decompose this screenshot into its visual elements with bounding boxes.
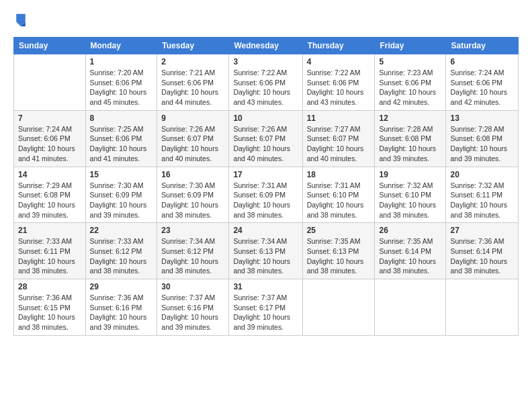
day-number: 28 — [18, 282, 81, 291]
weekday-header: Tuesday — [157, 38, 229, 54]
calendar-cell — [446, 279, 519, 336]
day-info: Sunrise: 7:32 AM Sunset: 6:11 PM Dayligh… — [450, 181, 514, 220]
day-info: Sunrise: 7:36 AM Sunset: 6:15 PM Dayligh… — [18, 293, 81, 332]
day-info: Sunrise: 7:24 AM Sunset: 6:06 PM Dayligh… — [18, 124, 81, 164]
calendar-cell: 30Sunrise: 7:37 AM Sunset: 6:16 PM Dayli… — [157, 279, 229, 336]
day-info: Sunrise: 7:21 AM Sunset: 6:06 PM Dayligh… — [161, 68, 224, 107]
calendar-cell: 19Sunrise: 7:32 AM Sunset: 6:10 PM Dayli… — [375, 167, 446, 223]
weekday-header: Wednesday — [229, 38, 302, 54]
calendar-cell: 14Sunrise: 7:29 AM Sunset: 6:08 PM Dayli… — [14, 167, 86, 223]
calendar-cell: 22Sunrise: 7:33 AM Sunset: 6:12 PM Dayli… — [85, 223, 157, 279]
day-number: 15 — [90, 170, 153, 179]
day-number: 27 — [450, 226, 514, 235]
logo — [13, 12, 27, 30]
day-info: Sunrise: 7:22 AM Sunset: 6:06 PM Dayligh… — [233, 68, 298, 107]
calendar-cell: 11Sunrise: 7:27 AM Sunset: 6:07 PM Dayli… — [302, 110, 375, 167]
calendar-cell: 24Sunrise: 7:34 AM Sunset: 6:13 PM Dayli… — [229, 223, 302, 279]
weekday-header: Monday — [85, 38, 157, 54]
day-number: 23 — [161, 226, 224, 235]
day-number: 12 — [379, 113, 441, 123]
day-info: Sunrise: 7:30 AM Sunset: 6:09 PM Dayligh… — [90, 181, 153, 220]
weekday-header: Thursday — [302, 38, 375, 54]
day-info: Sunrise: 7:34 AM Sunset: 6:13 PM Dayligh… — [233, 236, 298, 276]
weekday-header: Sunday — [14, 38, 86, 54]
calendar-cell — [14, 54, 86, 111]
day-info: Sunrise: 7:37 AM Sunset: 6:17 PM Dayligh… — [233, 293, 298, 332]
calendar-cell: 29Sunrise: 7:36 AM Sunset: 6:16 PM Dayli… — [85, 279, 157, 336]
day-number: 24 — [233, 226, 298, 235]
calendar-cell: 15Sunrise: 7:30 AM Sunset: 6:09 PM Dayli… — [85, 167, 157, 223]
day-number: 21 — [18, 226, 81, 235]
calendar-cell: 28Sunrise: 7:36 AM Sunset: 6:15 PM Dayli… — [14, 279, 86, 336]
calendar-cell: 4Sunrise: 7:22 AM Sunset: 6:06 PM Daylig… — [302, 54, 375, 111]
day-info: Sunrise: 7:22 AM Sunset: 6:06 PM Dayligh… — [307, 68, 371, 107]
calendar-cell: 16Sunrise: 7:30 AM Sunset: 6:09 PM Dayli… — [157, 167, 229, 223]
calendar-table: SundayMondayTuesdayWednesdayThursdayFrid… — [13, 37, 519, 336]
day-number: 4 — [307, 57, 371, 66]
day-number: 31 — [233, 282, 298, 291]
day-number: 3 — [233, 57, 298, 66]
day-info: Sunrise: 7:32 AM Sunset: 6:10 PM Dayligh… — [379, 181, 441, 220]
calendar-cell — [302, 279, 375, 336]
calendar-week-row: 1Sunrise: 7:20 AM Sunset: 6:06 PM Daylig… — [14, 54, 519, 111]
day-info: Sunrise: 7:33 AM Sunset: 6:12 PM Dayligh… — [90, 236, 153, 276]
day-number: 14 — [18, 170, 81, 179]
day-info: Sunrise: 7:27 AM Sunset: 6:07 PM Dayligh… — [307, 124, 371, 164]
day-number: 7 — [18, 113, 81, 123]
calendar-cell: 20Sunrise: 7:32 AM Sunset: 6:11 PM Dayli… — [446, 167, 519, 223]
day-info: Sunrise: 7:24 AM Sunset: 6:06 PM Dayligh… — [450, 68, 514, 107]
day-info: Sunrise: 7:26 AM Sunset: 6:07 PM Dayligh… — [233, 124, 298, 164]
day-number: 16 — [161, 170, 224, 179]
day-info: Sunrise: 7:35 AM Sunset: 6:13 PM Dayligh… — [307, 236, 371, 276]
day-info: Sunrise: 7:26 AM Sunset: 6:07 PM Dayligh… — [161, 124, 224, 164]
logo-icon — [13, 12, 27, 30]
day-info: Sunrise: 7:33 AM Sunset: 6:11 PM Dayligh… — [18, 236, 81, 276]
day-info: Sunrise: 7:34 AM Sunset: 6:12 PM Dayligh… — [161, 236, 224, 276]
day-number: 26 — [379, 226, 441, 235]
day-info: Sunrise: 7:31 AM Sunset: 6:09 PM Dayligh… — [233, 181, 298, 220]
calendar-page: SundayMondayTuesdayWednesdayThursdayFrid… — [0, 0, 532, 411]
weekday-header: Friday — [375, 38, 446, 54]
day-info: Sunrise: 7:36 AM Sunset: 6:16 PM Dayligh… — [90, 293, 153, 332]
day-number: 8 — [90, 113, 153, 123]
day-info: Sunrise: 7:35 AM Sunset: 6:14 PM Dayligh… — [379, 236, 441, 276]
day-info: Sunrise: 7:20 AM Sunset: 6:06 PM Dayligh… — [90, 68, 153, 107]
day-info: Sunrise: 7:29 AM Sunset: 6:08 PM Dayligh… — [18, 181, 81, 220]
day-info: Sunrise: 7:31 AM Sunset: 6:10 PM Dayligh… — [307, 181, 371, 220]
weekday-header-row: SundayMondayTuesdayWednesdayThursdayFrid… — [14, 38, 519, 54]
day-number: 19 — [379, 170, 441, 179]
day-number: 9 — [161, 113, 224, 123]
calendar-cell: 26Sunrise: 7:35 AM Sunset: 6:14 PM Dayli… — [375, 223, 446, 279]
day-number: 6 — [450, 57, 514, 66]
day-info: Sunrise: 7:23 AM Sunset: 6:06 PM Dayligh… — [379, 68, 441, 107]
day-info: Sunrise: 7:36 AM Sunset: 6:14 PM Dayligh… — [450, 236, 514, 276]
day-number: 2 — [161, 57, 224, 66]
weekday-header: Saturday — [446, 38, 519, 54]
calendar-cell: 3Sunrise: 7:22 AM Sunset: 6:06 PM Daylig… — [229, 54, 302, 111]
calendar-cell: 21Sunrise: 7:33 AM Sunset: 6:11 PM Dayli… — [14, 223, 86, 279]
day-info: Sunrise: 7:37 AM Sunset: 6:16 PM Dayligh… — [161, 293, 224, 332]
day-number: 30 — [161, 282, 224, 291]
day-number: 1 — [90, 57, 153, 66]
calendar-cell: 27Sunrise: 7:36 AM Sunset: 6:14 PM Dayli… — [446, 223, 519, 279]
calendar-cell: 10Sunrise: 7:26 AM Sunset: 6:07 PM Dayli… — [229, 110, 302, 167]
day-number: 18 — [307, 170, 371, 179]
calendar-cell: 12Sunrise: 7:28 AM Sunset: 6:08 PM Dayli… — [375, 110, 446, 167]
calendar-cell: 2Sunrise: 7:21 AM Sunset: 6:06 PM Daylig… — [157, 54, 229, 111]
calendar-cell: 25Sunrise: 7:35 AM Sunset: 6:13 PM Dayli… — [302, 223, 375, 279]
day-info: Sunrise: 7:28 AM Sunset: 6:08 PM Dayligh… — [379, 124, 441, 164]
day-number: 25 — [307, 226, 371, 235]
calendar-cell — [375, 279, 446, 336]
calendar-week-row: 7Sunrise: 7:24 AM Sunset: 6:06 PM Daylig… — [14, 110, 519, 167]
day-number: 11 — [307, 113, 371, 123]
day-number: 17 — [233, 170, 298, 179]
header — [13, 12, 519, 30]
day-number: 5 — [379, 57, 441, 66]
day-info: Sunrise: 7:28 AM Sunset: 6:08 PM Dayligh… — [450, 124, 514, 164]
calendar-cell: 18Sunrise: 7:31 AM Sunset: 6:10 PM Dayli… — [302, 167, 375, 223]
calendar-cell: 5Sunrise: 7:23 AM Sunset: 6:06 PM Daylig… — [375, 54, 446, 111]
day-number: 13 — [450, 113, 514, 123]
calendar-cell: 31Sunrise: 7:37 AM Sunset: 6:17 PM Dayli… — [229, 279, 302, 336]
day-number: 29 — [90, 282, 153, 291]
day-number: 22 — [90, 226, 153, 235]
